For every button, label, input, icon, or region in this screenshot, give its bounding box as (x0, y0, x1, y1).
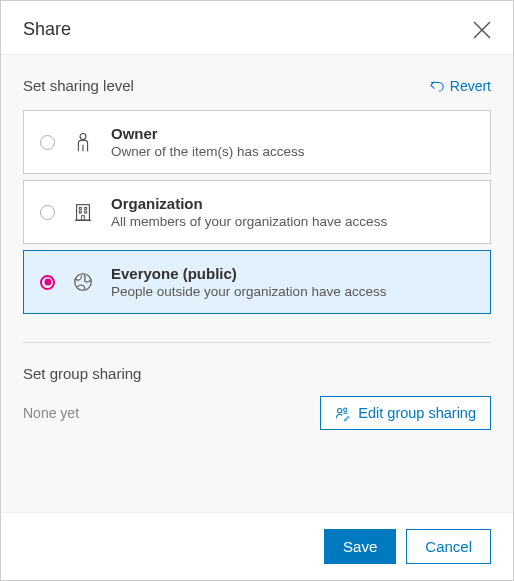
option-title: Organization (111, 195, 474, 212)
option-text: Organization All members of your organiz… (111, 195, 474, 229)
edit-group-label: Edit group sharing (358, 405, 476, 421)
option-title: Everyone (public) (111, 265, 474, 282)
option-text: Owner Owner of the item(s) has access (111, 125, 474, 159)
radio-everyone[interactable] (40, 275, 55, 290)
svg-rect-4 (77, 205, 90, 221)
revert-button[interactable]: Revert (430, 78, 491, 94)
close-button[interactable] (473, 21, 491, 39)
svg-point-12 (338, 408, 342, 412)
svg-rect-7 (85, 207, 87, 209)
radio-owner[interactable] (40, 135, 55, 150)
option-desc: All members of your organization have ac… (111, 214, 474, 229)
svg-rect-6 (79, 207, 81, 209)
option-title: Owner (111, 125, 474, 142)
svg-rect-8 (79, 211, 81, 213)
svg-rect-9 (85, 211, 87, 213)
group-sharing-status: None yet (23, 405, 79, 421)
group-sharing-row: None yet Edit group sharing (23, 396, 491, 430)
sharing-option-owner[interactable]: Owner Owner of the item(s) has access (23, 110, 491, 174)
radio-organization[interactable] (40, 205, 55, 220)
edit-group-sharing-button[interactable]: Edit group sharing (320, 396, 491, 430)
close-icon (473, 21, 491, 39)
revert-icon (430, 79, 444, 93)
option-desc: Owner of the item(s) has access (111, 144, 474, 159)
sharing-option-organization[interactable]: Organization All members of your organiz… (23, 180, 491, 244)
save-button[interactable]: Save (324, 529, 396, 564)
divider (23, 342, 491, 343)
globe-icon (71, 270, 95, 294)
svg-point-13 (344, 408, 347, 411)
dialog-title: Share (23, 19, 71, 40)
dialog-body: Set sharing level Revert Owner Owner of … (1, 54, 513, 513)
person-icon (71, 130, 95, 154)
sharing-option-everyone[interactable]: Everyone (public) People outside your or… (23, 250, 491, 314)
group-sharing-title: Set group sharing (23, 365, 491, 382)
building-icon (71, 200, 95, 224)
svg-rect-10 (82, 216, 85, 221)
sharing-level-title: Set sharing level (23, 77, 134, 94)
svg-point-2 (80, 134, 86, 140)
option-text: Everyone (public) People outside your or… (111, 265, 474, 299)
cancel-button[interactable]: Cancel (406, 529, 491, 564)
option-desc: People outside your organization have ac… (111, 284, 474, 299)
dialog-footer: Save Cancel (1, 513, 513, 580)
dialog-header: Share (1, 1, 513, 54)
group-edit-icon (335, 406, 350, 421)
sharing-level-header: Set sharing level Revert (23, 77, 491, 94)
revert-label: Revert (450, 78, 491, 94)
